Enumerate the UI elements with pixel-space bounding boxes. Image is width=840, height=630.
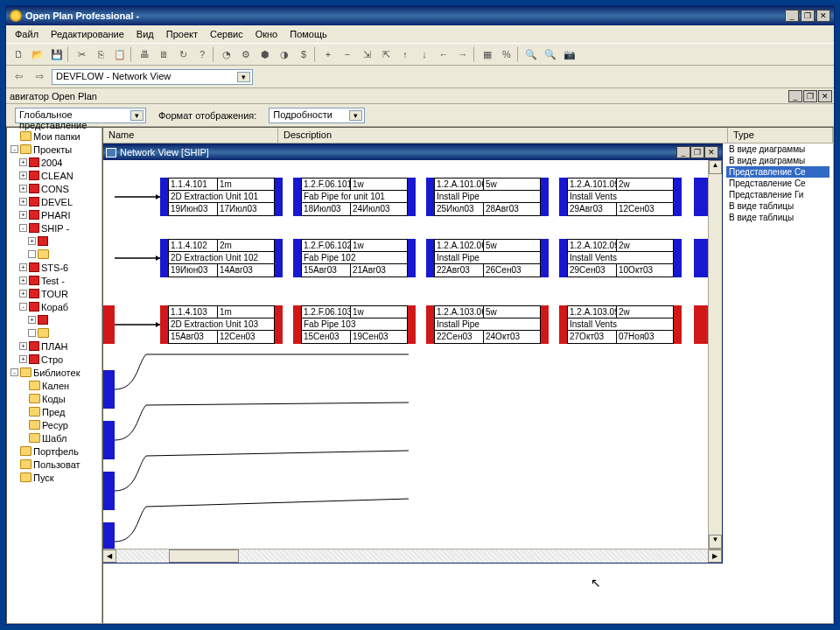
list-item[interactable]: В виде диаграммы xyxy=(726,144,830,155)
nav-max-icon[interactable]: ❐ xyxy=(803,90,817,102)
tree-item[interactable]: Ресур xyxy=(9,418,100,431)
paste-icon[interactable]: 📋 xyxy=(111,46,129,63)
network-node[interactable]: 1.2.F.06.1021wFab Pipe 10215Авг0321Авг03 xyxy=(293,239,416,277)
tree-item[interactable]: Шабл xyxy=(9,431,100,444)
list-item[interactable]: В виде таблицы xyxy=(726,212,830,223)
tree-item[interactable]: +ПЛАН xyxy=(9,340,100,353)
tree-item[interactable]: Пред xyxy=(9,405,100,418)
network-node[interactable]: 1.2.A.103.092wInstall Vents27Окт0307Ноя0… xyxy=(559,305,682,344)
grid-icon[interactable]: ▦ xyxy=(479,46,496,63)
right-icon[interactable]: → xyxy=(454,46,472,63)
child-min-button[interactable]: _ xyxy=(676,146,690,158)
col-name[interactable]: Name xyxy=(103,128,278,144)
network-node[interactable]: 1.2.A.102.065wInstall Pipe22Авг0326Сен03 xyxy=(426,239,549,277)
network-node[interactable]: 1.1.4.1011m2D Extraction Unit 10119Июн03… xyxy=(160,178,283,216)
tree-item[interactable]: +Стро xyxy=(9,353,100,366)
list-item[interactable]: Представление Ги xyxy=(726,189,830,200)
restore-button[interactable]: ❐ xyxy=(801,10,815,22)
global-view-combo[interactable]: Глобальное представление xyxy=(15,108,146,123)
menu-edit[interactable]: Редактирование xyxy=(46,27,130,41)
col-description[interactable]: Description xyxy=(278,128,728,144)
network-node[interactable]: 1.1.4.1022m2D Extraction Unit 10219Июн03… xyxy=(160,239,283,277)
close-button[interactable]: ✕ xyxy=(816,10,830,22)
menu-help[interactable]: Помощь xyxy=(284,27,332,41)
nav-min-icon[interactable]: _ xyxy=(788,90,802,102)
resource-icon[interactable]: ◑ xyxy=(276,46,293,63)
tree-item[interactable]: +PHARI xyxy=(9,208,100,221)
network-node-stub[interactable] xyxy=(102,305,115,344)
collapse-icon[interactable]: ⇱ xyxy=(377,46,395,63)
child-titlebar[interactable]: Network View [SHIP] _ ❐ ✕ xyxy=(102,144,722,160)
tree-item[interactable]: Пуск xyxy=(9,471,100,484)
calc-icon[interactable]: ⚙ xyxy=(237,46,255,63)
tree-item[interactable]: -Кораб xyxy=(9,300,100,313)
view-combo[interactable]: DEVFLOW - Network View xyxy=(52,69,253,85)
child-close-button[interactable]: ✕ xyxy=(704,146,718,158)
clock-icon[interactable]: ◔ xyxy=(218,46,235,63)
scroll-right-icon[interactable]: ▶ xyxy=(708,550,722,563)
network-node-stub[interactable] xyxy=(102,370,115,409)
network-canvas[interactable]: 1.1.4.1011m2D Extraction Unit 10119Июн03… xyxy=(102,160,722,549)
tree-item[interactable]: +CONS xyxy=(9,182,100,195)
chart-icon[interactable]: ⬢ xyxy=(256,46,274,63)
nav-fwd-icon[interactable]: ⇨ xyxy=(31,68,48,86)
new-icon[interactable]: 🗋 xyxy=(10,46,27,63)
network-view-window[interactable]: Network View [SHIP] _ ❐ ✕ 1.1.4.1011m2D … xyxy=(102,144,723,564)
menu-service[interactable]: Сервис xyxy=(205,27,248,41)
help-icon[interactable]: ? xyxy=(193,46,211,63)
menu-window[interactable]: Окно xyxy=(250,27,284,41)
network-node[interactable]: 1.2.A.102.092wInstall Vents29Сен0310Окт0… xyxy=(559,239,682,277)
scroll-down-icon[interactable]: ▼ xyxy=(709,535,722,549)
menu-view[interactable]: Вид xyxy=(131,27,159,41)
down-icon[interactable]: ↓ xyxy=(416,46,433,63)
list-item[interactable]: Представление Се xyxy=(726,166,830,178)
tree-item[interactable]: +CLEAN xyxy=(9,169,100,182)
menu-file[interactable]: Файл xyxy=(10,27,44,41)
nav-close-icon[interactable]: ✕ xyxy=(818,90,832,102)
network-node[interactable]: 1.2.A.101.065wInstall Pipe25Июл0328Авг03 xyxy=(426,178,549,216)
percent-icon[interactable]: % xyxy=(498,46,515,63)
col-type[interactable]: Type xyxy=(728,128,833,144)
tree-item[interactable]: +TOUR xyxy=(9,287,100,300)
minimize-button[interactable]: _ xyxy=(785,10,799,22)
tree-item[interactable] xyxy=(9,326,100,340)
tree-item[interactable]: Мои папки xyxy=(9,130,100,143)
open-icon[interactable]: 📂 xyxy=(29,46,46,63)
network-node[interactable]: 1.2.F.06.1011wFab Pipe for unit 10118Июл… xyxy=(293,178,416,216)
scrollbar-vertical[interactable]: ▲ ▼ xyxy=(708,160,722,549)
format-combo[interactable]: Подробности xyxy=(269,108,365,123)
tree-item[interactable]: -SHIP - xyxy=(9,221,100,234)
tree-item[interactable]: Кален xyxy=(9,379,100,392)
print-icon[interactable]: 🖶 xyxy=(136,46,153,63)
scroll-track-v[interactable] xyxy=(709,174,722,535)
tree-panel[interactable]: Мои папки-Проекты+2004+CLEAN+CONS+DEVEL+… xyxy=(6,127,102,624)
scroll-up-icon[interactable]: ▲ xyxy=(709,160,722,174)
up-icon[interactable]: ↑ xyxy=(396,46,414,63)
network-node[interactable]: 1.2.A.103.065wInstall Pipe22Сен0324Окт03 xyxy=(426,305,549,344)
minus-icon[interactable]: − xyxy=(339,46,356,63)
refresh-icon[interactable]: ↻ xyxy=(174,46,192,63)
tree-item[interactable]: +Test - xyxy=(9,274,100,287)
scroll-thumb[interactable] xyxy=(169,550,239,563)
list-item[interactable]: Представление Се xyxy=(726,178,830,189)
network-node-stub[interactable] xyxy=(102,421,115,459)
list-item[interactable]: В виде таблицы xyxy=(726,200,830,212)
list-item[interactable]: В виде диаграммы xyxy=(726,155,830,166)
scroll-track-h[interactable] xyxy=(116,550,708,563)
tree-item[interactable]: +STS-6 xyxy=(9,261,100,274)
tree-item[interactable]: -Проекты xyxy=(9,143,100,156)
plus-icon[interactable]: + xyxy=(319,46,337,63)
nav-back-icon[interactable]: ⇦ xyxy=(10,68,27,86)
child-max-button[interactable]: ❐ xyxy=(690,146,704,158)
tree-item[interactable]: +DEVEL xyxy=(9,195,100,208)
menu-project[interactable]: Проект xyxy=(161,27,203,41)
tree-item[interactable]: -Библиотек xyxy=(9,366,100,379)
preview-icon[interactable]: 🗎 xyxy=(155,46,172,63)
type-list[interactable]: В виде диаграммыВ виде диаграммыПредстав… xyxy=(726,144,830,223)
money-icon[interactable]: $ xyxy=(295,46,312,63)
network-node-stub[interactable] xyxy=(102,472,115,510)
network-node[interactable]: 1.2.A.101.092wInstall Vents29Авг0312Сен0… xyxy=(559,178,682,216)
find-icon[interactable]: 🔍 xyxy=(542,46,559,63)
expand-icon[interactable]: ⇲ xyxy=(358,46,375,63)
copy-icon[interactable]: ⎘ xyxy=(92,46,109,63)
